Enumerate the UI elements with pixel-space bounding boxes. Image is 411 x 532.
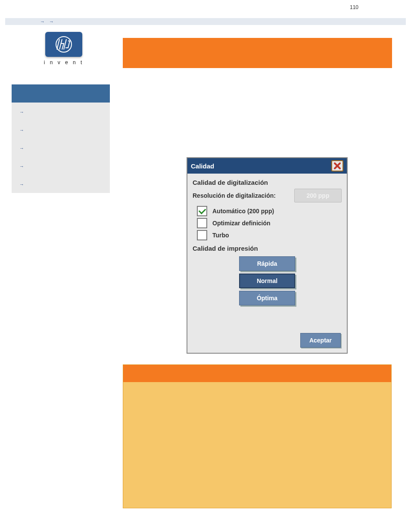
sidebar-header xyxy=(12,84,110,103)
arrow-right-icon: → xyxy=(19,146,24,151)
dialog-title: Calidad xyxy=(191,162,214,170)
accept-button[interactable]: Aceptar xyxy=(300,333,341,348)
arrow-right-icon: → xyxy=(49,19,54,24)
turbo-checkbox[interactable] xyxy=(197,230,207,240)
sidebar: → → → → → xyxy=(12,84,110,193)
quality-best-button[interactable]: Óptima xyxy=(239,291,295,305)
sidebar-item-4[interactable]: → xyxy=(12,157,110,175)
note-box xyxy=(123,364,392,508)
close-icon xyxy=(333,162,341,170)
sidebar-item-5[interactable]: → xyxy=(12,175,110,193)
quality-dialog: Calidad Calidad de digitalización Resolu… xyxy=(187,157,348,354)
page-title-band xyxy=(123,38,392,68)
scan-quality-group-label: Calidad de digitalización xyxy=(193,179,342,186)
auto-checkbox[interactable] xyxy=(197,206,207,216)
note-body xyxy=(123,382,391,508)
close-button[interactable] xyxy=(331,160,343,171)
arrow-right-icon: → xyxy=(19,164,24,169)
breadcrumb: → → xyxy=(5,18,406,25)
quality-fast-button[interactable]: Rápida xyxy=(239,256,295,271)
arrow-right-icon: → xyxy=(40,19,45,24)
arrow-right-icon: → xyxy=(19,109,24,115)
resolution-value[interactable]: 200 ppp xyxy=(294,189,342,202)
page-number: 110 xyxy=(350,4,358,10)
print-quality-group-label: Calidad de impresión xyxy=(193,245,342,252)
hp-tagline: i n v e n t xyxy=(40,59,87,65)
sidebar-item-3[interactable]: → xyxy=(12,139,110,157)
dialog-titlebar: Calidad xyxy=(187,158,347,174)
resolution-label: Resolución de digitalización: xyxy=(193,192,276,199)
optimize-checkbox-label: Optimizar definición xyxy=(212,220,271,227)
auto-checkbox-label: Automático (200 ppp) xyxy=(212,208,274,215)
note-header xyxy=(123,365,391,382)
optimize-checkbox[interactable] xyxy=(197,218,207,228)
hp-logo: i n v e n t xyxy=(40,32,87,65)
arrow-right-icon: → xyxy=(19,182,24,187)
hp-badge-icon xyxy=(45,32,82,57)
sidebar-item-2[interactable]: → xyxy=(12,121,110,139)
quality-normal-button[interactable]: Normal xyxy=(239,274,295,288)
sidebar-item-1[interactable]: → xyxy=(12,103,110,121)
arrow-right-icon: → xyxy=(19,128,24,133)
turbo-checkbox-label: Turbo xyxy=(212,232,229,239)
